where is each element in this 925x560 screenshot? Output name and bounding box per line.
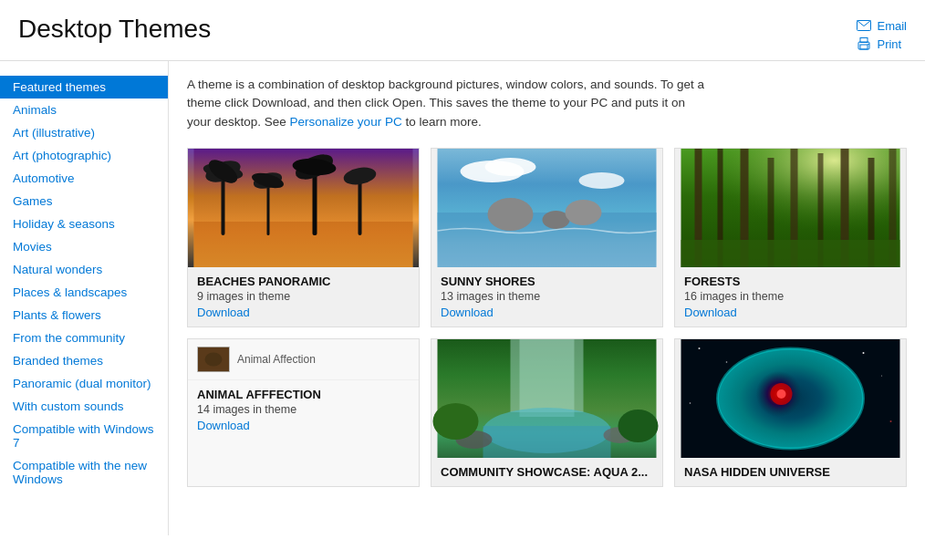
svg-point-51 bbox=[699, 347, 701, 349]
beaches-count: 9 images in theme bbox=[197, 290, 410, 303]
svg-point-52 bbox=[726, 361, 728, 363]
beaches-info: BEACHES PANORAMIC 9 images in theme Down… bbox=[188, 267, 419, 327]
sidebar-item-panoramic[interactable]: Panoramic (dual monitor) bbox=[0, 372, 168, 395]
theme-card-beaches: BEACHES PANORAMIC 9 images in theme Down… bbox=[187, 148, 420, 327]
main-layout: Featured themes Animals Art (illustrativ… bbox=[0, 61, 925, 535]
svg-point-56 bbox=[890, 420, 892, 422]
forests-download[interactable]: Download bbox=[684, 306, 737, 319]
sidebar: Featured themes Animals Art (illustrativ… bbox=[0, 61, 169, 535]
sidebar-item-art-illustrative[interactable]: Art (illustrative) bbox=[0, 121, 168, 144]
community-info: COMMUNITY SHOWCASE: AQUA 2... bbox=[431, 458, 662, 486]
sidebar-item-games[interactable]: Games bbox=[0, 190, 168, 213]
animal-download[interactable]: Download bbox=[197, 419, 250, 432]
svg-point-54 bbox=[881, 375, 882, 376]
sunny-name: SUNNY SHORES bbox=[441, 275, 653, 288]
sidebar-item-art-photographic[interactable]: Art (photographic) bbox=[0, 144, 168, 167]
email-label: Email bbox=[877, 19, 907, 33]
svg-point-53 bbox=[863, 352, 865, 354]
animal-count: 14 images in theme bbox=[197, 403, 410, 416]
content-area: A theme is a combination of desktop back… bbox=[169, 61, 925, 535]
forests-info: FORESTS 16 images in theme Download bbox=[675, 267, 906, 327]
animal-thumbnail bbox=[197, 347, 230, 372]
print-link[interactable]: Print bbox=[857, 36, 907, 51]
sidebar-item-movies[interactable]: Movies bbox=[0, 235, 168, 258]
sidebar-item-plants[interactable]: Plants & flowers bbox=[0, 304, 168, 327]
sunny-download[interactable]: Download bbox=[441, 306, 494, 319]
svg-point-49 bbox=[618, 410, 659, 442]
page-title: Desktop Themes bbox=[18, 15, 211, 44]
sidebar-item-places[interactable]: Places & landscapes bbox=[0, 281, 168, 304]
sidebar-item-compat-new[interactable]: Compatible with the new Windows bbox=[0, 454, 168, 491]
header-actions: Email Print bbox=[857, 15, 907, 51]
svg-rect-6 bbox=[194, 222, 413, 267]
animal-name: ANIMAL AFFFECTION bbox=[197, 388, 410, 401]
theme-card-nasa: NASA HIDDEN UNIVERSE bbox=[674, 338, 907, 487]
forests-count: 16 images in theme bbox=[684, 290, 897, 303]
print-icon bbox=[857, 36, 871, 51]
svg-point-40 bbox=[205, 352, 223, 366]
sidebar-item-holiday[interactable]: Holiday & seasons bbox=[0, 213, 168, 235]
sunny-info: SUNNY SHORES 13 images in theme Download bbox=[431, 267, 662, 327]
nasa-info: NASA HIDDEN UNIVERSE bbox=[675, 458, 906, 486]
nasa-image bbox=[675, 339, 906, 458]
sunny-image bbox=[431, 149, 662, 267]
sidebar-item-automotive[interactable]: Automotive bbox=[0, 167, 168, 190]
svg-point-4 bbox=[868, 43, 870, 45]
svg-point-26 bbox=[566, 200, 602, 225]
theme-card-sunny: SUNNY SHORES 13 images in theme Download bbox=[431, 148, 663, 327]
svg-rect-3 bbox=[860, 45, 868, 49]
personalize-link[interactable]: Personalize your PC bbox=[290, 115, 402, 129]
community-image bbox=[431, 339, 662, 458]
forests-name: FORESTS bbox=[684, 275, 897, 288]
svg-point-55 bbox=[690, 402, 691, 404]
svg-rect-45 bbox=[483, 426, 611, 458]
print-label: Print bbox=[877, 37, 901, 51]
theme-card-forests: FORESTS 16 images in theme Download bbox=[674, 148, 907, 327]
svg-rect-38 bbox=[681, 240, 900, 267]
svg-point-24 bbox=[488, 198, 534, 231]
theme-card-community: COMMUNITY SHOWCASE: AQUA 2... bbox=[431, 338, 663, 487]
sidebar-item-compat-win7[interactable]: Compatible with Windows 7 bbox=[0, 418, 168, 454]
community-name: COMMUNITY SHOWCASE: AQUA 2... bbox=[441, 465, 653, 479]
theme-card-animal: Animal Affection ANIMAL AFFFECTION 14 im… bbox=[187, 338, 420, 487]
nasa-name: NASA HIDDEN UNIVERSE bbox=[684, 465, 897, 479]
beaches-image bbox=[188, 149, 419, 267]
svg-point-22 bbox=[579, 172, 625, 189]
forests-image bbox=[675, 149, 906, 267]
beaches-name: BEACHES PANORAMIC bbox=[197, 275, 410, 288]
sidebar-item-natural[interactable]: Natural wonders bbox=[0, 258, 168, 281]
beaches-download[interactable]: Download bbox=[197, 306, 250, 319]
sidebar-item-community[interactable]: From the community bbox=[0, 327, 168, 349]
sidebar-item-featured[interactable]: Featured themes bbox=[0, 76, 168, 99]
sunny-count: 13 images in theme bbox=[441, 290, 653, 303]
email-icon bbox=[857, 18, 871, 33]
svg-point-48 bbox=[433, 403, 479, 440]
description: A theme is a combination of desktop back… bbox=[187, 76, 707, 131]
email-link[interactable]: Email bbox=[857, 18, 907, 33]
page-header: Desktop Themes Email Print bbox=[0, 0, 925, 61]
animal-header: Animal Affection bbox=[188, 339, 419, 380]
sidebar-item-animals[interactable]: Animals bbox=[0, 99, 168, 121]
animal-label: Animal Affection bbox=[237, 353, 316, 366]
svg-rect-43 bbox=[520, 339, 575, 417]
sidebar-item-sounds[interactable]: With custom sounds bbox=[0, 395, 168, 418]
svg-point-61 bbox=[777, 389, 786, 399]
animal-info: ANIMAL AFFFECTION 14 images in theme Dow… bbox=[188, 380, 419, 440]
svg-point-21 bbox=[485, 158, 536, 176]
themes-grid: BEACHES PANORAMIC 9 images in theme Down… bbox=[187, 148, 907, 487]
sidebar-item-branded[interactable]: Branded themes bbox=[0, 349, 168, 372]
